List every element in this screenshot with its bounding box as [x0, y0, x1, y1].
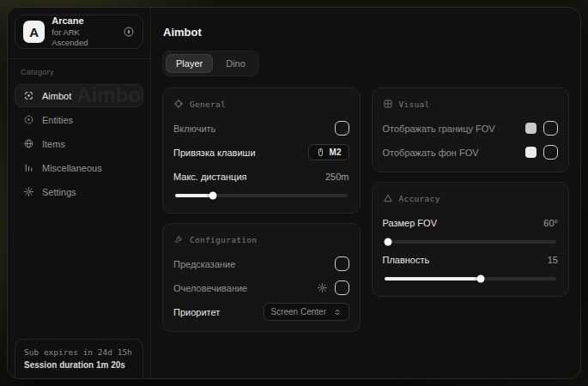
max-distance-label: Макс. дистанция — [173, 172, 247, 182]
enable-row: Включить — [173, 118, 349, 138]
tab-dino[interactable]: Dino — [215, 54, 256, 73]
slider-thumb[interactable] — [209, 192, 217, 200]
app-window: A Arcane for ARK Ascended Category Aimbo… — [7, 7, 581, 379]
fov-background-row: Отображать фон FOV — [383, 142, 559, 162]
tab-player[interactable]: Player — [166, 54, 213, 73]
nav-ghost-label: Aimbot — [76, 84, 143, 107]
sidebar-item-aimbot[interactable]: Aimbot Aimbot — [15, 84, 143, 107]
fov-size-label: Размер FOV — [383, 218, 437, 228]
radar-icon — [23, 114, 34, 125]
card-header-label: Accuracy — [399, 194, 440, 203]
crosshair-icon — [23, 90, 34, 101]
slider-thumb[interactable] — [476, 275, 484, 283]
smoothness-row: Плавность 15 — [383, 250, 559, 269]
main-panel: Aimbot Player Dino General — [151, 8, 580, 378]
sidebar-item-label: Aimbot — [42, 91, 71, 101]
globe-icon — [23, 138, 34, 149]
priority-value: Screen Center — [271, 307, 326, 317]
keybind-row: Привязка клавиши M2 — [173, 142, 349, 162]
fov-size-row: Размер FOV 60° — [383, 213, 559, 232]
fov-border-row: Отображать границу FOV — [383, 118, 559, 138]
keybind-button[interactable]: M2 — [308, 144, 349, 160]
enable-label: Включить — [173, 124, 215, 134]
fov-background-checkbox[interactable] — [543, 145, 558, 160]
prediction-label: Предсказание — [173, 259, 235, 269]
priority-dropdown[interactable]: Screen Center — [264, 303, 349, 321]
keybind-value: M2 — [330, 148, 342, 157]
slider-fill — [175, 194, 213, 197]
humanization-label: Очеловечивание — [173, 283, 247, 293]
smoothness-label: Плавность — [383, 255, 430, 265]
max-distance-slider[interactable] — [175, 194, 348, 197]
triangle-icon — [383, 193, 393, 203]
card-header-label: General — [190, 100, 226, 109]
sidebar-item-settings[interactable]: Settings — [15, 180, 143, 203]
prediction-checkbox[interactable] — [335, 256, 349, 271]
session-duration-text: Session duration 1m 20s — [24, 360, 134, 370]
crosshair-small-icon — [173, 99, 184, 109]
chevron-up-down-icon — [333, 308, 342, 317]
keybind-label: Привязка клавиши — [173, 148, 256, 158]
max-distance-value: 250m — [325, 172, 349, 182]
fov-size-value: 60° — [543, 218, 558, 228]
general-card: General Включить Привязка клавиши — [162, 87, 361, 214]
sidebar-item-items[interactable]: Items — [15, 132, 143, 155]
mouse-icon — [316, 148, 325, 157]
sidebar: A Arcane for ARK Ascended Category Aimbo… — [8, 8, 151, 378]
app-title: Arcane — [52, 15, 116, 27]
humanization-checkbox[interactable] — [335, 280, 349, 295]
sidebar-nav: Aimbot Aimbot Entities Items — [15, 84, 143, 204]
gear-icon — [23, 186, 34, 197]
brand-card: A Arcane for ARK Ascended — [15, 15, 143, 49]
max-distance-row: Макс. дистанция 250m — [173, 166, 349, 186]
sidebar-item-entities[interactable]: Entities — [15, 108, 143, 131]
sidebar-item-miscellaneous[interactable]: Miscellaneous — [15, 156, 143, 179]
prediction-row: Предсказание — [173, 254, 349, 274]
smoothness-value: 15 — [548, 255, 558, 265]
session-info-card: Sub expires in 24d 15h Session duration … — [15, 339, 143, 378]
smoothness-slider[interactable] — [385, 277, 557, 280]
fov-background-label: Отображать фон FOV — [383, 148, 479, 158]
app-subtitle: for ARK Ascended — [52, 27, 116, 48]
priority-row: Приоритет Screen Center — [173, 302, 349, 322]
card-header-label: Visual — [399, 100, 430, 109]
sidebar-item-label: Items — [42, 139, 65, 149]
sub-expires-text: Sub expires in 24d 15h — [24, 347, 134, 357]
logo-letter: A — [29, 25, 39, 39]
sidebar-item-label: Settings — [42, 187, 76, 197]
priority-label: Приоритет — [173, 307, 220, 317]
game-background: A Arcane for ARK Ascended Category Aimbo… — [0, 0, 588, 386]
sidebar-item-label: Entities — [42, 115, 73, 125]
page-title: Aimbot — [163, 26, 569, 39]
fov-border-checkbox[interactable] — [543, 121, 558, 136]
cards-layout: General Включить Привязка клавиши — [162, 87, 569, 332]
sidebar-divider — [8, 58, 150, 59]
configuration-card: Configuration Предсказание Очеловечивани… — [162, 223, 361, 332]
accuracy-card: Accuracy Размер FOV 60° Плавность 15 — [372, 182, 570, 297]
fov-border-color-swatch[interactable] — [525, 123, 536, 134]
visual-card: Visual Отображать границу FOV Отображать… — [372, 87, 570, 172]
slider-fill — [385, 277, 481, 280]
humanization-row: Очеловечивание — [173, 278, 349, 298]
fov-size-slider[interactable] — [385, 240, 557, 244]
card-header-label: Configuration — [190, 235, 257, 244]
wrench-icon — [173, 234, 184, 244]
fov-border-label: Отображать границу FOV — [383, 124, 495, 134]
slider-thumb[interactable] — [384, 238, 391, 246]
humanization-settings-gear-icon[interactable] — [317, 282, 328, 293]
compass-icon[interactable] — [123, 26, 135, 38]
app-logo: A — [23, 21, 45, 43]
sidebar-item-label: Miscellaneous — [42, 163, 102, 173]
tab-bar: Player Dino — [162, 51, 259, 76]
left-column: General Включить Привязка клавиши — [162, 87, 361, 332]
grid-icon — [383, 99, 393, 109]
enable-checkbox[interactable] — [335, 121, 349, 136]
bars-icon — [23, 162, 34, 173]
right-column: Visual Отображать границу FOV Отображать… — [372, 87, 570, 297]
fov-background-color-swatch[interactable] — [525, 147, 536, 158]
category-label: Category — [15, 66, 143, 84]
